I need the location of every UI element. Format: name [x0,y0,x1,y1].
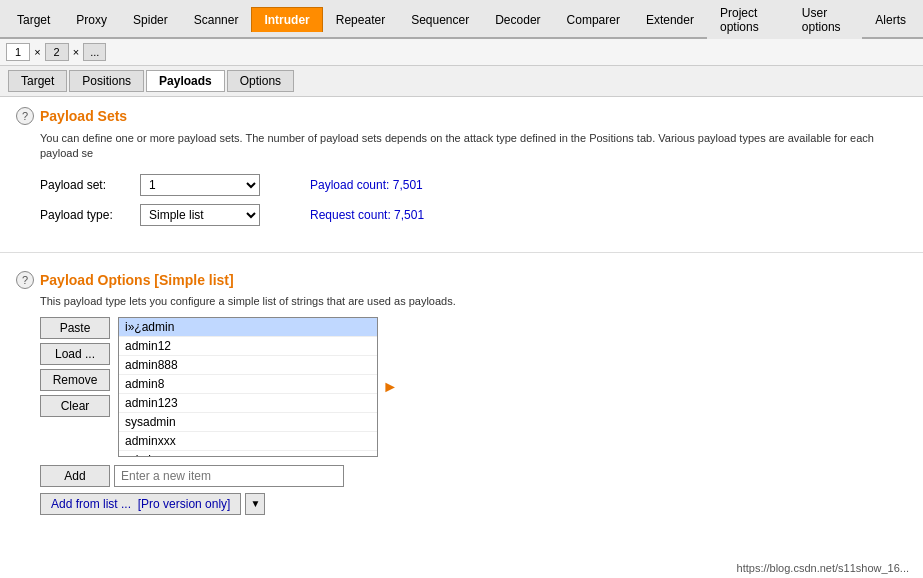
tab-proxy[interactable]: Proxy [63,7,120,32]
payload-options-help-icon[interactable]: ? [16,271,34,289]
payload-type-row: Payload type: Simple list Request count:… [40,204,907,226]
section-tab-positions[interactable]: Positions [69,70,144,92]
sub-tab-2[interactable]: 2 [45,43,69,61]
sub-tab-bar: 1 × 2 × ... [0,39,923,66]
list-area: Paste Load ... Remove Clear i»¿admin adm… [40,317,907,457]
sub-tab-close-2[interactable]: × [71,46,81,58]
add-from-list-dropdown[interactable]: ▼ [245,493,265,515]
tab-sequencer[interactable]: Sequencer [398,7,482,32]
main-content: ? Payload Sets You can define one or mor… [0,97,923,578]
tab-alerts[interactable]: Alerts [862,7,919,32]
payload-type-select[interactable]: Simple list [140,204,260,226]
payload-sets-section: ? Payload Sets You can define one or mor… [0,97,923,244]
payload-set-label: Payload set: [40,178,130,192]
tab-spider[interactable]: Spider [120,7,181,32]
remove-button[interactable]: Remove [40,369,110,391]
list-wrapper: i»¿admin admin12 admin888 admin8 admin12… [118,317,378,457]
payload-options-section: ? Payload Options [Simple list] This pay… [0,261,923,525]
list-item[interactable]: admin8 [119,375,377,394]
add-row: Add [40,465,907,487]
request-count-info: Request count: 7,501 [310,208,424,222]
payload-count-info: Payload count: 7,501 [310,178,423,192]
list-item[interactable]: sysadmin [119,413,377,432]
payload-sets-desc: You can define one or more payload sets.… [40,131,907,162]
list-item[interactable]: admin12 [119,337,377,356]
payload-sets-title: Payload Sets [40,108,127,124]
list-item[interactable]: admin123 [119,394,377,413]
url-bar: https://blog.csdn.net/s11show_16... [729,560,917,576]
list-item[interactable]: admin888 [119,356,377,375]
section-tab-options[interactable]: Options [227,70,294,92]
list-arrow-icon: ► [382,378,398,396]
sub-tab-more[interactable]: ... [83,43,106,61]
payload-set-row: Payload set: 1 Payload count: 7,501 [40,174,907,196]
add-input[interactable] [114,465,344,487]
sub-tab-1[interactable]: 1 [6,43,30,61]
tab-project-options[interactable]: Project options [707,0,789,39]
load-button[interactable]: Load ... [40,343,110,365]
payload-set-select[interactable]: 1 [140,174,260,196]
add-from-list-row: Add from list ... [Pro version only] ▼ [40,493,907,515]
main-tab-bar: Target Proxy Spider Scanner Intruder Rep… [0,0,923,39]
tab-extender[interactable]: Extender [633,7,707,32]
section-tab-payloads[interactable]: Payloads [146,70,225,92]
list-item[interactable]: i»¿admin [119,318,377,337]
payload-type-label: Payload type: [40,208,130,222]
list-item[interactable]: adminx [119,451,377,457]
payload-options-desc: This payload type lets you configure a s… [40,295,907,307]
tab-comparer[interactable]: Comparer [554,7,633,32]
section-tab-target[interactable]: Target [8,70,67,92]
list-buttons: Paste Load ... Remove Clear [40,317,110,457]
list-item[interactable]: adminxxx [119,432,377,451]
tab-intruder[interactable]: Intruder [251,7,322,32]
payload-sets-header: ? Payload Sets [16,107,907,125]
tab-target[interactable]: Target [4,7,63,32]
tab-repeater[interactable]: Repeater [323,7,398,32]
sub-tab-close-1[interactable]: × [32,46,42,58]
clear-button[interactable]: Clear [40,395,110,417]
tab-user-options[interactable]: User options [789,0,862,39]
add-button[interactable]: Add [40,465,110,487]
payload-sets-help-icon[interactable]: ? [16,107,34,125]
payload-options-header: ? Payload Options [Simple list] [16,271,907,289]
section-tab-bar: Target Positions Payloads Options [0,66,923,97]
payload-options-title: Payload Options [Simple list] [40,272,234,288]
add-from-list-button[interactable]: Add from list ... [Pro version only] [40,493,241,515]
add-from-list-label: Add from list ... [51,497,131,511]
payload-list[interactable]: i»¿admin admin12 admin888 admin8 admin12… [118,317,378,457]
paste-button[interactable]: Paste [40,317,110,339]
add-from-list-note: [Pro version only] [138,497,231,511]
tab-scanner[interactable]: Scanner [181,7,252,32]
tab-decoder[interactable]: Decoder [482,7,553,32]
